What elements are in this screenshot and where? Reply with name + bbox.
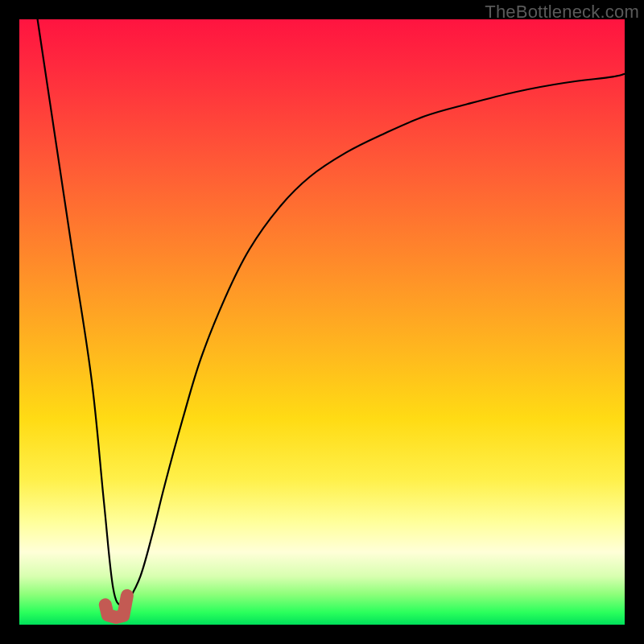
bottleneck-curve (38, 19, 625, 607)
chart-svg (19, 19, 625, 625)
watermark-text: TheBottleneck.com (485, 2, 639, 23)
chart-frame (19, 19, 625, 625)
